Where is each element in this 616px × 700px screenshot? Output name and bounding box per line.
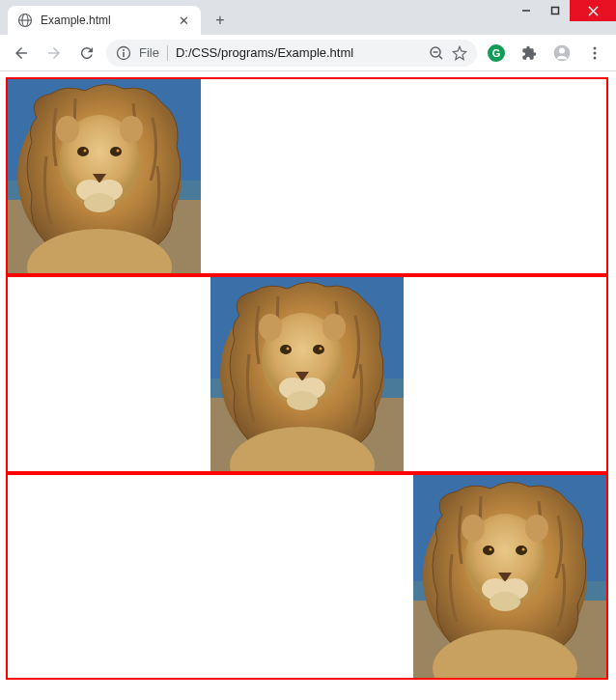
svg-point-25	[77, 147, 89, 156]
extension-grammarly[interactable]: G	[483, 40, 510, 67]
svg-point-23	[56, 116, 79, 143]
svg-rect-9	[123, 52, 125, 57]
svg-point-42	[313, 345, 324, 354]
box-right-align	[6, 473, 608, 680]
svg-point-24	[120, 116, 143, 143]
svg-point-32	[84, 193, 115, 212]
lion-image	[8, 79, 201, 273]
url-text: D:/CSS/programs/Example.html	[176, 45, 421, 60]
info-icon[interactable]	[116, 45, 131, 61]
svg-point-17	[594, 56, 597, 59]
svg-point-55	[462, 515, 485, 542]
close-icon[interactable]: ✕	[176, 13, 191, 28]
lion-image	[210, 277, 404, 471]
svg-point-15	[594, 46, 597, 49]
svg-point-28	[117, 150, 120, 153]
window-controls	[512, 0, 616, 21]
svg-point-16	[594, 51, 597, 54]
browser-window: Example.html ✕ + File D:/CSS/progra	[0, 0, 616, 700]
svg-point-27	[84, 150, 87, 153]
new-tab-button[interactable]: +	[207, 7, 234, 34]
svg-point-41	[280, 345, 292, 354]
svg-point-8	[123, 49, 125, 51]
svg-point-43	[287, 348, 290, 350]
lion-image	[413, 475, 606, 678]
svg-point-14	[559, 47, 565, 53]
svg-line-11	[439, 56, 442, 59]
titlebar: Example.html ✕ +	[0, 0, 616, 35]
svg-point-64	[490, 592, 520, 611]
svg-point-59	[490, 548, 492, 551]
extensions-button[interactable]	[516, 40, 543, 67]
back-button[interactable]	[8, 40, 35, 67]
svg-point-44	[320, 348, 322, 350]
minimize-button[interactable]	[512, 0, 541, 21]
browser-tab[interactable]: Example.html ✕	[8, 6, 201, 35]
forward-button[interactable]	[41, 40, 68, 67]
svg-point-39	[259, 314, 282, 341]
tab-strip: Example.html ✕ +	[0, 0, 234, 35]
toolbar: File D:/CSS/programs/Example.html G	[0, 35, 616, 71]
tab-title: Example.html	[41, 14, 168, 27]
svg-point-57	[483, 546, 494, 555]
bookmark-icon[interactable]	[452, 45, 467, 61]
box-left-align	[6, 77, 608, 275]
maximize-button[interactable]	[541, 0, 570, 21]
globe-icon	[17, 13, 33, 28]
profile-button[interactable]	[548, 40, 575, 67]
reload-button[interactable]	[73, 40, 100, 67]
svg-point-60	[522, 548, 525, 551]
page-content	[0, 71, 616, 700]
grammarly-icon: G	[488, 44, 505, 62]
svg-point-26	[110, 147, 122, 156]
svg-point-40	[322, 314, 346, 341]
svg-point-58	[516, 546, 527, 555]
svg-rect-4	[552, 8, 559, 14]
address-bar[interactable]: File D:/CSS/programs/Example.html	[106, 40, 477, 67]
svg-point-56	[525, 515, 548, 542]
close-button[interactable]	[570, 0, 616, 21]
file-label: File	[139, 45, 159, 60]
box-center-align	[6, 275, 608, 473]
divider	[167, 45, 168, 61]
svg-point-48	[287, 391, 318, 410]
zoom-icon[interactable]	[429, 45, 444, 61]
menu-button[interactable]	[581, 40, 608, 67]
